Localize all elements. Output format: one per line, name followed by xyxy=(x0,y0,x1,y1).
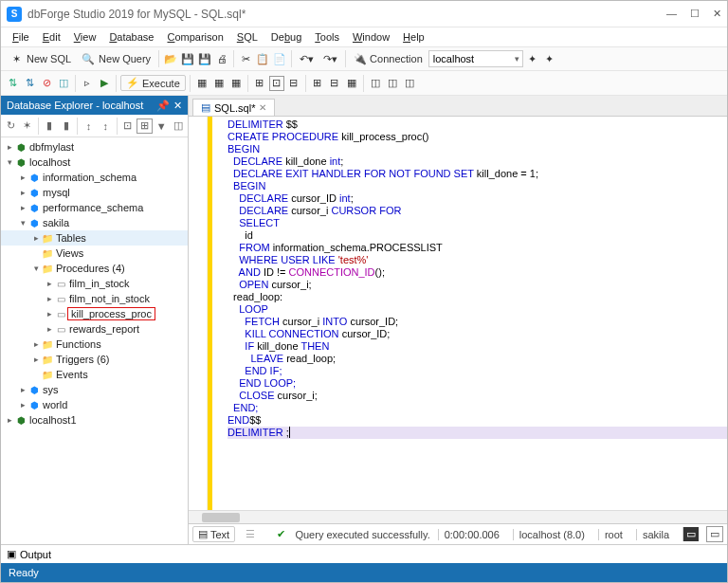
app-logo-icon: S xyxy=(7,7,22,22)
e7-icon[interactable]: ◫ xyxy=(170,118,186,134)
output-panel-header[interactable]: ▣ Output xyxy=(1,544,727,563)
sort-icon[interactable]: ⇅ xyxy=(5,76,20,91)
i2-icon[interactable]: ▦ xyxy=(211,76,227,91)
grid-view-icon[interactable]: ☰ xyxy=(243,527,258,542)
menu-bar: File Edit View Database Comparison SQL D… xyxy=(1,27,727,46)
tab-close-icon[interactable]: ✕ xyxy=(259,102,266,113)
e1-icon[interactable]: ▮ xyxy=(42,118,58,134)
execute-button[interactable]: ⚡ Execute xyxy=(120,75,186,91)
status-conn: localhost (8.0) xyxy=(513,529,591,540)
menu-view[interactable]: View xyxy=(68,29,102,45)
tree-node[interactable]: 📁Views xyxy=(1,246,188,261)
status-text: Query executed successfully. xyxy=(295,529,429,540)
tree-node[interactable]: ▾📁Procedures (4) xyxy=(1,261,188,276)
paste-icon[interactable]: 📄 xyxy=(272,51,287,66)
menu-comparison[interactable]: Comparison xyxy=(161,29,228,45)
comment-icon[interactable]: ⊞ xyxy=(310,76,325,91)
tree-node[interactable]: 📁Events xyxy=(1,367,188,382)
e2-icon[interactable]: ▮ xyxy=(59,118,75,134)
misc3-icon[interactable]: ◫ xyxy=(402,76,417,91)
indent-icon[interactable]: ▦ xyxy=(344,76,359,91)
tree-node[interactable]: ▸📁Tables xyxy=(1,230,188,246)
explorer-tree[interactable]: ▸⬢dbfmylast▾⬢localhost▸⬢information_sche… xyxy=(1,137,188,544)
tree-node[interactable]: ▾⬢localhost xyxy=(1,155,188,170)
e4-icon[interactable]: ↕ xyxy=(98,118,114,134)
status-user: root xyxy=(598,529,628,540)
maximize-button[interactable]: ☐ xyxy=(690,8,700,20)
i1-icon[interactable]: ▦ xyxy=(194,76,209,91)
connection-dropdown[interactable]: localhost xyxy=(428,50,523,67)
tree-node[interactable]: ▸▭rewards_report xyxy=(1,321,188,337)
db-icon[interactable]: ◫ xyxy=(56,76,71,91)
copy-icon[interactable]: 📋 xyxy=(255,51,270,66)
tree-node[interactable]: ▸📁Functions xyxy=(1,337,188,352)
layout1-icon[interactable]: ▭ xyxy=(682,527,699,541)
fold-bar xyxy=(212,117,224,510)
menu-file[interactable]: File xyxy=(7,29,35,45)
tree-node[interactable]: ▸⬢dbfmylast xyxy=(1,139,188,155)
tree-node[interactable]: ▸⬢performance_schema xyxy=(1,200,188,215)
output-icon: ▣ xyxy=(7,548,16,560)
wand-icon[interactable]: ✦ xyxy=(525,51,540,66)
editor-panel: ▤ SQL.sql* ✕ DELIMITER $$CREATE PROCEDUR… xyxy=(189,96,727,544)
tab-sql[interactable]: ▤ SQL.sql* ✕ xyxy=(192,99,275,116)
save-icon[interactable]: 💾 xyxy=(180,51,195,66)
menu-window[interactable]: Window xyxy=(347,29,395,45)
step1-icon[interactable]: ▹ xyxy=(80,76,95,91)
tree-node[interactable]: ▸▭film_in_stock xyxy=(1,276,188,291)
tree-node[interactable]: ▸⬢localhost1 xyxy=(1,412,188,428)
uncomment-icon[interactable]: ⊟ xyxy=(327,76,342,91)
gutter xyxy=(189,117,208,510)
horizontal-scrollbar[interactable] xyxy=(189,510,727,523)
layout2-icon[interactable]: ▭ xyxy=(706,526,723,542)
group3-icon[interactable]: ⊟ xyxy=(286,76,301,91)
tree-node[interactable]: ▸⬢mysql xyxy=(1,185,188,200)
close-button[interactable]: ✕ xyxy=(713,8,721,20)
stop-icon[interactable]: ⊘ xyxy=(39,76,54,91)
play-icon[interactable]: ▶ xyxy=(97,76,112,91)
tree-node[interactable]: ▸📁Triggers (6) xyxy=(1,352,188,367)
menu-sql[interactable]: SQL xyxy=(231,29,264,45)
menu-database[interactable]: Database xyxy=(103,29,159,45)
tree-node[interactable]: ▸⬢sys xyxy=(1,382,188,397)
group2-icon[interactable]: ⊡ xyxy=(269,76,284,91)
code-area[interactable]: DELIMITER $$CREATE PROCEDURE kill_proces… xyxy=(189,117,727,510)
save-all-icon[interactable]: 💾 xyxy=(197,51,212,66)
tree-node[interactable]: ▸▭kill_process_proc xyxy=(1,306,188,321)
menu-edit[interactable]: Edit xyxy=(37,29,66,45)
minimize-button[interactable]: — xyxy=(666,8,677,20)
main-toolbar: ✶New SQL 🔍New Query 📂 💾 💾 🖨 ✂ 📋 📄 ↶▾ ↷▾ … xyxy=(1,46,727,71)
text-view-button[interactable]: ▤ Text xyxy=(192,526,235,542)
cut-icon[interactable]: ✂ xyxy=(238,51,253,66)
i3-icon[interactable]: ▦ xyxy=(228,76,244,91)
pin-icon[interactable]: 📌 xyxy=(156,100,170,112)
refresh-icon[interactable]: ↻ xyxy=(3,118,19,134)
group1-icon[interactable]: ⊞ xyxy=(252,76,267,91)
filter2-icon[interactable]: ▼ xyxy=(154,118,170,134)
misc1-icon[interactable]: ◫ xyxy=(368,76,383,91)
filter-icon[interactable]: ⇅ xyxy=(22,76,37,91)
menu-help[interactable]: Help xyxy=(397,29,430,45)
tree-node[interactable]: ▸▭film_not_in_stock xyxy=(1,291,188,306)
editor-statusbar: ▤ Text ☰ ✔ Query executed successfully. … xyxy=(189,523,727,544)
e5-icon[interactable]: ⊡ xyxy=(119,118,136,134)
misc2-icon[interactable]: ◫ xyxy=(385,76,400,91)
panel-close-icon[interactable]: ✕ xyxy=(173,100,182,112)
tree-node[interactable]: ▸⬢world xyxy=(1,397,188,412)
explorer-header: Database Explorer - localhost 📌 ✕ xyxy=(1,96,188,115)
tree-node[interactable]: ▾⬢sakila xyxy=(1,215,188,230)
menu-debug[interactable]: Debug xyxy=(265,29,307,45)
e6-icon[interactable]: ⊞ xyxy=(136,118,153,134)
new-conn-icon[interactable]: ✶ xyxy=(20,118,36,134)
e3-icon[interactable]: ↕ xyxy=(81,118,97,134)
menu-tools[interactable]: Tools xyxy=(309,29,345,45)
new-query-button[interactable]: 🔍New Query xyxy=(77,49,155,68)
print-icon[interactable]: 🖨 xyxy=(214,51,229,66)
open-icon[interactable]: 📂 xyxy=(163,51,178,66)
undo-button[interactable]: ↶▾ xyxy=(296,51,318,67)
wand2-icon[interactable]: ✦ xyxy=(542,51,557,66)
status-ready: Ready xyxy=(9,567,39,578)
new-sql-button[interactable]: ✶New SQL xyxy=(5,49,75,68)
tree-node[interactable]: ▸⬢information_schema xyxy=(1,170,188,185)
redo-button[interactable]: ↷▾ xyxy=(319,51,341,67)
